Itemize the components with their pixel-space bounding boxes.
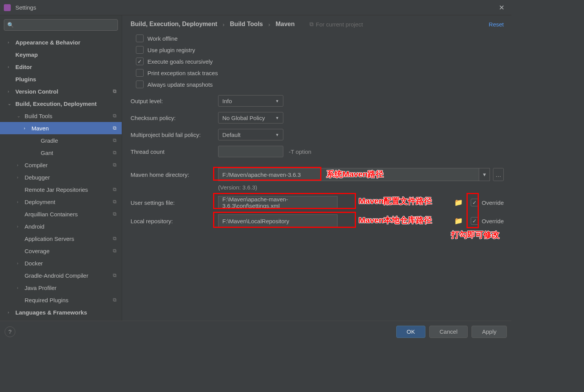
sidebar-item-label: Java Profiler <box>25 285 119 291</box>
output-level-select[interactable]: Info ▼ <box>218 95 283 107</box>
sidebar-item-appearance-behavior[interactable]: ›Appearance & Behavior <box>0 36 122 48</box>
maven-version-label: (Version: 3.6.3) <box>218 184 504 191</box>
sidebar-item-java-profiler[interactable]: ›Java Profiler <box>0 282 122 294</box>
cancel-button[interactable]: Cancel <box>429 326 468 338</box>
checkbox-work-offline[interactable]: Work offline <box>136 35 504 42</box>
user-settings-input[interactable]: F:\Maven\apache-maven-3.6.3\conf\setting… <box>218 196 337 209</box>
checksum-policy-label: Checksum policy: <box>131 115 218 121</box>
chevron-right-icon: › <box>268 21 270 28</box>
title-bar: Settings ✕ <box>0 0 511 15</box>
multiproject-policy-select[interactable]: Default ▼ <box>218 129 283 140</box>
thread-count-input[interactable] <box>218 146 283 157</box>
reset-link[interactable]: Reset <box>489 21 504 28</box>
project-scope-icon: ⧉ <box>113 162 116 168</box>
checkbox-plugin-registry[interactable]: Use plugin registry <box>136 46 504 54</box>
project-scope-icon: ⧉ <box>113 150 116 156</box>
project-scope-icon: ⧉ <box>113 186 116 193</box>
chevron-right-icon: › <box>17 285 22 290</box>
chevron-down-icon: ▾ <box>483 171 486 178</box>
sidebar-item-android[interactable]: ›Android <box>0 220 122 232</box>
annotation-text: Maven本地仓库路径 <box>359 215 432 226</box>
maven-home-browse[interactable]: … <box>493 168 504 181</box>
crumb-a[interactable]: Build, Execution, Deployment <box>131 21 217 28</box>
checkbox-execute-recursive[interactable]: Execute goals recursively <box>136 58 504 65</box>
sidebar-item-application-servers[interactable]: Application Servers⧉ <box>0 232 122 245</box>
sidebar-item-label: Remote Jar Repositories <box>25 186 113 193</box>
window-title: Settings <box>15 4 496 11</box>
user-settings-override-checkbox[interactable] <box>471 199 478 206</box>
sidebar: 🔍 ›Appearance & BehaviorKeymap›EditorPlu… <box>0 15 122 321</box>
search-icon: 🔍 <box>7 22 14 28</box>
sidebar-item-gradle-android-compiler[interactable]: Gradle-Android Compiler⧉ <box>0 269 122 282</box>
local-repo-browse[interactable]: 📁 <box>452 214 465 227</box>
app-icon <box>4 4 11 11</box>
sidebar-item-label: Gradle <box>41 137 113 144</box>
sidebar-item-maven[interactable]: ›Maven⧉ <box>0 122 122 134</box>
chevron-down-icon: ▼ <box>275 116 279 120</box>
sidebar-item-deployment[interactable]: ›Deployment⧉ <box>0 196 122 208</box>
chevron-right-icon: › <box>17 163 22 167</box>
chevron-right-icon: › <box>17 199 22 204</box>
project-scope-icon: ⧉ <box>113 236 116 242</box>
sidebar-item-compiler[interactable]: ›Compiler⧉ <box>0 159 122 171</box>
annotation-text: Maven配置文件路径 <box>359 196 432 206</box>
crumb-b[interactable]: Build Tools <box>230 21 263 28</box>
sidebar-item-editor[interactable]: ›Editor <box>0 61 122 73</box>
breadcrumb: Build, Execution, Deployment › Build Too… <box>131 21 504 28</box>
checksum-policy-select[interactable]: No Global Policy ▼ <box>218 112 283 124</box>
sidebar-item-docker[interactable]: ›Docker <box>0 257 122 269</box>
checkbox-update-snapshots[interactable]: Always update snapshots <box>136 81 504 88</box>
maven-home-label: Maven home directory: <box>131 171 218 178</box>
sidebar-item-version-control[interactable]: ›Version Control⧉ <box>0 85 122 97</box>
sidebar-item-build-execution-deployment[interactable]: ⌄Build, Execution, Deployment <box>0 97 122 110</box>
sidebar-item-label: Build, Execution, Deployment <box>15 100 119 107</box>
sidebar-item-label: Compiler <box>25 162 113 168</box>
sidebar-item-plugins[interactable]: Plugins <box>0 73 122 85</box>
project-scope-icon: ⧉ <box>113 297 116 303</box>
checkbox-icon <box>136 35 144 42</box>
chevron-down-icon: ⌄ <box>8 101 13 106</box>
chevron-right-icon: › <box>17 175 22 180</box>
help-button[interactable]: ? <box>5 326 15 337</box>
checkbox-icon <box>136 46 144 54</box>
project-scope-icon: ⧉ <box>113 199 116 205</box>
sidebar-item-arquillian-containers[interactable]: Arquillian Containers⧉ <box>0 208 122 220</box>
sidebar-item-required-plugins[interactable]: Required Plugins⧉ <box>0 294 122 306</box>
scope-label: ⧉ For current project <box>309 21 363 28</box>
sidebar-item-build-tools[interactable]: ⌄Build Tools⧉ <box>0 110 122 122</box>
checkbox-print-stacktrace[interactable]: Print exception stack traces <box>136 69 504 77</box>
search-input[interactable]: 🔍 <box>4 19 118 31</box>
local-repo-label: Local repository: <box>131 218 218 224</box>
chevron-right-icon: › <box>8 310 13 315</box>
sidebar-item-gradle[interactable]: Gradle⧉ <box>0 134 122 147</box>
apply-button[interactable]: Apply <box>472 326 507 338</box>
checkbox-icon <box>136 81 144 88</box>
local-repo-override-checkbox[interactable] <box>471 217 478 225</box>
close-icon[interactable]: ✕ <box>496 2 508 13</box>
sidebar-item-coverage[interactable]: Coverage⧉ <box>0 245 122 257</box>
sidebar-item-label: Appearance & Behavior <box>15 39 119 46</box>
override-label: Override <box>481 218 504 224</box>
sidebar-item-debugger[interactable]: ›Debugger <box>0 171 122 183</box>
project-scope-icon: ⧉ <box>309 21 314 28</box>
project-scope-icon: ⧉ <box>113 137 116 143</box>
crumb-c: Maven <box>276 21 295 28</box>
sidebar-item-keymap[interactable]: Keymap <box>0 48 122 61</box>
ok-button[interactable]: OK <box>396 326 425 338</box>
maven-home-dropdown[interactable]: ▾ <box>479 168 490 181</box>
sidebar-item-languages-frameworks[interactable]: ›Languages & Frameworks <box>0 306 122 318</box>
sidebar-item-label: Gradle-Android Compiler <box>25 272 113 279</box>
sidebar-item-gant[interactable]: Gant⧉ <box>0 147 122 159</box>
sidebar-item-label: Build Tools <box>25 113 113 119</box>
content-panel: Build, Execution, Deployment › Build Too… <box>122 15 511 321</box>
user-settings-browse[interactable]: 📁 <box>452 196 465 209</box>
chevron-right-icon: › <box>17 224 22 229</box>
sidebar-item-label: Arquillian Containers <box>25 211 113 217</box>
checkbox-icon <box>136 58 144 65</box>
sidebar-item-remote-jar-repositories[interactable]: Remote Jar Repositories⧉ <box>0 183 122 196</box>
chevron-right-icon: › <box>17 261 22 265</box>
sidebar-item-label: Gant <box>41 150 113 156</box>
sidebar-item-label: Maven <box>31 125 113 132</box>
sidebar-item-label: Editor <box>15 64 119 70</box>
local-repo-input[interactable]: F:\Maven\LocalRepository <box>218 214 337 227</box>
